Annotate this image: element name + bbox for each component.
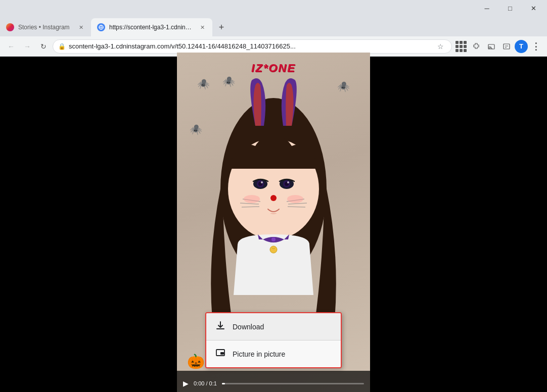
more-icon: ⋮ (531, 41, 540, 52)
download-menu-item[interactable]: Download (206, 313, 341, 340)
tab-instagram-close[interactable]: ✕ (77, 23, 85, 31)
svg-point-18 (270, 195, 277, 201)
instagram-favicon (6, 23, 14, 31)
svg-point-13 (261, 181, 263, 183)
video-content: IZ*ONE 🕷️ 🕷️ 🕷️ 🕷️ (177, 53, 370, 392)
extensions-button[interactable] (469, 39, 483, 54)
progress-fill (222, 383, 225, 384)
svg-point-17 (287, 181, 289, 183)
back-button[interactable]: ← (4, 39, 18, 54)
download-icon (215, 320, 225, 333)
cast-button[interactable] (484, 39, 498, 54)
video-container[interactable]: IZ*ONE 🕷️ 🕷️ 🕷️ 🕷️ (177, 53, 370, 392)
tab-instagram-title: Stories • Instagram (18, 24, 73, 31)
toolbar-icons: T ⋮ (454, 39, 543, 54)
apps-button[interactable] (454, 39, 468, 54)
pip-icon (215, 348, 225, 360)
svg-line-21 (242, 207, 259, 207)
halloween-character: 🎃 (187, 353, 205, 370)
url-text: scontent-lga3-1.cdninstagram.com/v/t50.1… (69, 42, 431, 50)
svg-point-26 (287, 195, 303, 203)
svg-point-27 (271, 237, 276, 241)
svg-rect-31 (220, 352, 224, 355)
play-button[interactable]: ▶ (183, 379, 189, 387)
keyboard-shortcut-button[interactable] (499, 39, 514, 54)
shortcut-icon (503, 42, 511, 51)
close-button[interactable]: ✕ (522, 0, 545, 16)
cdn-favicon (97, 23, 105, 31)
forward-button[interactable]: → (20, 39, 34, 54)
address-field[interactable]: 🔒 scontent-lga3-1.cdninstagram.com/v/t50… (53, 39, 452, 54)
svg-line-24 (288, 207, 305, 207)
download-label: Download (233, 323, 264, 331)
maximize-button[interactable]: □ (498, 0, 522, 16)
cast-icon (487, 42, 495, 51)
svg-rect-4 (504, 44, 510, 49)
tab-bar: Stories • Instagram ✕ https://scontent-l… (0, 16, 547, 36)
spider-decoration-4: 🕷️ (190, 123, 202, 135)
more-menu-button[interactable]: ⋮ (529, 39, 543, 54)
progress-bar[interactable] (222, 383, 364, 384)
spider-decoration-3: 🕷️ (337, 80, 350, 92)
tab-instagram[interactable]: Stories • Instagram ✕ (0, 18, 91, 36)
reload-button[interactable]: ↻ (36, 39, 51, 54)
main-content: IZ*ONE 🕷️ 🕷️ 🕷️ 🕷️ (0, 57, 547, 392)
spider-decoration-1: 🕷️ (197, 78, 210, 90)
title-bar: ─ □ ✕ (0, 0, 547, 16)
bookmark-icon[interactable]: ☆ (434, 40, 446, 53)
spider-decoration-2: 🕷️ (222, 75, 235, 87)
tab-cdn-close[interactable]: ✕ (198, 23, 206, 31)
tab-cdn[interactable]: https://scontent-lga3-1.cdninsta... ✕ (91, 18, 212, 36)
svg-point-25 (244, 195, 260, 203)
lock-icon: 🔒 (58, 43, 66, 50)
video-controls: ▶ 0:00 / 0:1 (177, 371, 370, 392)
pip-label: Picture in picture (233, 350, 285, 358)
svg-point-28 (270, 246, 277, 253)
profile-button[interactable]: T (515, 40, 528, 53)
minimize-button[interactable]: ─ (475, 0, 498, 16)
window-controls: ─ □ ✕ (475, 0, 545, 16)
izzone-logo: IZ*ONE (251, 62, 296, 75)
time-display: 0:00 / 0:1 (194, 380, 217, 386)
pip-menu-item[interactable]: Picture in picture (206, 340, 341, 367)
context-menu: Download Picture in picture (205, 312, 342, 368)
tab-cdn-title: https://scontent-lga3-1.cdninsta... (109, 24, 194, 31)
puzzle-icon (472, 42, 480, 51)
new-tab-button[interactable]: + (214, 20, 229, 34)
apps-grid-icon (455, 41, 467, 52)
